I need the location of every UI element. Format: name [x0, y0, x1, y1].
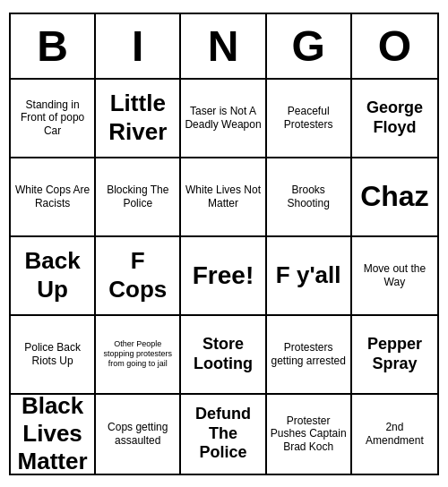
bingo-cell-21: Cops getting assaulted — [96, 395, 181, 474]
bingo-letter-b: B — [11, 14, 96, 78]
bingo-cell-8: Brooks Shooting — [267, 158, 352, 237]
bingo-cell-6: Blocking The Police — [96, 158, 181, 237]
bingo-cell-1: Little River — [96, 80, 181, 158]
bingo-cell-4: George Floyd — [352, 80, 437, 158]
bingo-cell-3: Peaceful Protesters — [267, 80, 352, 158]
bingo-cell-2: Taser is Not A Deadly Weapon — [181, 80, 266, 158]
bingo-cell-20: Black Lives Matter — [11, 395, 96, 474]
bingo-cell-24: 2nd Amendment — [352, 395, 437, 474]
bingo-cell-12: Free! — [181, 237, 266, 316]
bingo-cell-15: Police Back Riots Up — [11, 316, 96, 395]
bingo-cell-23: Protester Pushes Captain Brad Koch — [267, 395, 352, 474]
bingo-letter-g: G — [267, 14, 352, 78]
bingo-cell-9: Chaz — [352, 158, 437, 237]
bingo-cell-16: Other People stopping protesters from go… — [96, 316, 181, 395]
bingo-cell-17: Store Looting — [181, 316, 266, 395]
bingo-cell-19: Pepper Spray — [352, 316, 437, 395]
bingo-cell-5: White Cops Are Racists — [11, 158, 96, 237]
bingo-cell-7: White Lives Not Matter — [181, 158, 266, 237]
bingo-grid: Standing in Front of popo CarLittle Rive… — [11, 80, 437, 474]
bingo-letter-o: O — [352, 14, 437, 78]
bingo-card: BINGO Standing in Front of popo CarLittl… — [9, 13, 439, 475]
bingo-cell-18: Protesters getting arrested — [267, 316, 352, 395]
bingo-cell-13: F y'all — [267, 237, 352, 316]
bingo-header: BINGO — [11, 14, 437, 80]
bingo-letter-n: N — [181, 14, 266, 78]
bingo-cell-14: Move out the Way — [352, 237, 437, 316]
bingo-letter-i: I — [96, 14, 181, 78]
bingo-cell-11: F Cops — [96, 237, 181, 316]
bingo-cell-22: Defund The Police — [181, 395, 266, 474]
bingo-cell-0: Standing in Front of popo Car — [11, 80, 96, 158]
bingo-cell-10: Back Up — [11, 237, 96, 316]
